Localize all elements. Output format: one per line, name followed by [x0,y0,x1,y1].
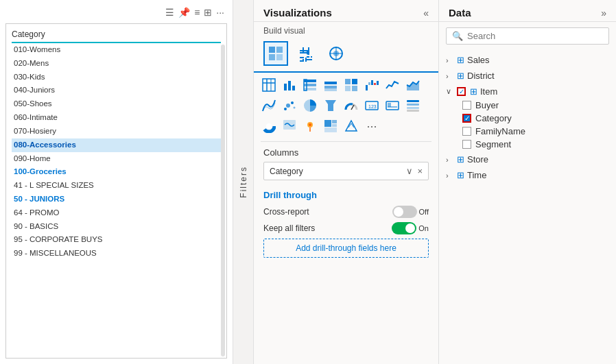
cross-report-toggle-track[interactable] [392,206,417,218]
item-segment[interactable]: Segment [455,138,616,151]
section-divider [261,141,431,142]
keep-filters-toggle-track[interactable] [392,222,416,234]
list-item[interactable]: 90 - BASICS [12,220,221,234]
item-icon: ⊞ [470,86,477,97]
columns-field-icons: ∨ × [406,166,423,176]
list-item[interactable]: 050-Shoes [12,97,221,111]
vis-filled-map[interactable] [280,117,299,136]
list-item[interactable]: 070-Hosiery [12,125,221,138]
vis-matrix[interactable] [342,75,361,95]
time-header[interactable]: › ⊞ Time [439,168,616,182]
sales-header[interactable]: › ⊞ Sales [439,53,616,67]
vis-map[interactable] [300,117,320,136]
svg-rect-18 [304,88,316,90]
cross-report-toggle[interactable]: Off [392,206,429,218]
vis-column-chart[interactable] [321,75,340,95]
list-item[interactable]: 090-Home [12,152,221,166]
search-box[interactable]: 🔍 [446,27,609,45]
vis-bar-chart[interactable] [280,75,299,95]
svg-point-35 [294,107,296,109]
vis-ribbon[interactable] [259,96,279,115]
item-expand-checkbox[interactable]: ✓ [457,87,466,96]
vis-pie[interactable] [300,96,320,115]
expand-icon[interactable]: ⊞ [204,7,212,18]
build-visual-label: Build visual [254,22,438,38]
vis-line-chart[interactable] [383,75,402,95]
item-header[interactable]: ∨ ✓ ⊞ Item [439,84,616,99]
add-drill-through-field[interactable]: Add drill-through fields here [263,239,429,258]
list-item[interactable]: 010-Womens [12,42,221,57]
time-label: Time [467,170,486,180]
list-item[interactable]: 040-Juniors [12,84,221,97]
filters-tab-container[interactable]: Filters [233,0,254,364]
vis-card[interactable]: 123 [362,96,381,115]
district-header[interactable]: › ⊞ District [439,69,616,83]
svg-marker-37 [325,100,336,111]
collapse-button[interactable]: « [423,8,429,19]
store-icon: ⊞ [457,154,464,165]
format-button[interactable] [294,41,318,66]
vis-waterfall[interactable] [362,75,381,95]
list-item[interactable]: 060-Intimate [12,111,221,125]
buyer-checkbox[interactable] [462,101,471,110]
svg-rect-29 [374,83,376,85]
keep-filters-toggle[interactable]: On [392,222,429,234]
list-item[interactable]: 64 - PROMO [12,206,221,220]
vis-slicer[interactable] [403,96,423,115]
close-icon[interactable]: × [417,166,423,176]
tree-group-item: ∨ ✓ ⊞ Item Buyer ✓ Category [439,84,616,151]
vis-decomp-tree[interactable] [342,117,361,136]
vis-gauge[interactable] [342,96,361,115]
svg-point-33 [286,104,290,108]
time-icon: ⊞ [457,170,464,180]
store-header[interactable]: › ⊞ Store [439,152,616,167]
fields-button[interactable] [263,41,288,66]
svg-rect-19 [324,82,337,84]
list-item[interactable]: 030-Kids [12,71,221,84]
chevron-down-icon[interactable]: ∨ [406,166,413,176]
vis-treemap[interactable] [321,117,340,136]
svg-rect-22 [345,79,351,84]
vis-kpi[interactable] [383,96,402,115]
menu-icon[interactable]: ☰ [165,7,174,18]
list-item[interactable]: 50 - JUNIORS [12,193,221,206]
scrollbar[interactable] [221,45,225,356]
search-input[interactable] [467,31,603,41]
vis-scatter[interactable] [280,96,299,115]
cross-report-label: Cross-report [263,207,309,217]
list-item[interactable]: 080-Accessories [12,138,221,152]
item-category[interactable]: ✓ Category [455,112,616,125]
category-list: 010-Womens020-Mens030-Kids040-Juniors050… [12,42,221,260]
vis-more[interactable]: ··· [362,117,381,136]
segment-checkbox[interactable] [462,140,471,149]
analytics-button[interactable] [324,41,348,66]
vis-area-chart[interactable] [403,75,423,95]
list-item[interactable]: 41 - L SPECIAL SIZES [12,179,221,193]
svg-rect-16 [304,80,316,82]
familyname-checkbox[interactable] [462,127,471,136]
category-header: Category [12,29,221,39]
data-header: Data » [439,0,616,22]
filter-icon[interactable]: ≡ [194,7,200,18]
item-familyname[interactable]: FamilyName [455,125,616,138]
svg-rect-44 [407,100,419,102]
vis-stacked-bar[interactable] [300,75,320,95]
vis-funnel[interactable] [321,96,340,115]
category-checkbox[interactable]: ✓ [462,114,471,123]
vis-donut[interactable] [259,117,279,136]
list-item[interactable]: 020-Mens [12,57,221,71]
expand-button[interactable]: » [601,8,606,19]
vis-table[interactable] [259,75,279,95]
pin-icon[interactable]: 📌 [178,7,190,18]
more-icon[interactable]: ··· [216,7,224,18]
list-item[interactable]: 95 - CORPORATE BUYS [12,233,221,247]
svg-rect-12 [284,84,287,90]
visualizations-panel: Visualizations « Build visual [254,0,439,364]
keep-filters-toggle-thumb [405,223,415,233]
list-item[interactable]: 100-Groceries [12,165,221,179]
item-buyer[interactable]: Buyer [455,99,616,112]
list-item[interactable]: 99 - MISCELLANEOUS [12,247,221,260]
columns-field[interactable]: Category ∨ × [263,162,429,180]
cross-report-row: Cross-report Off [263,206,429,218]
svg-point-49 [266,123,272,129]
